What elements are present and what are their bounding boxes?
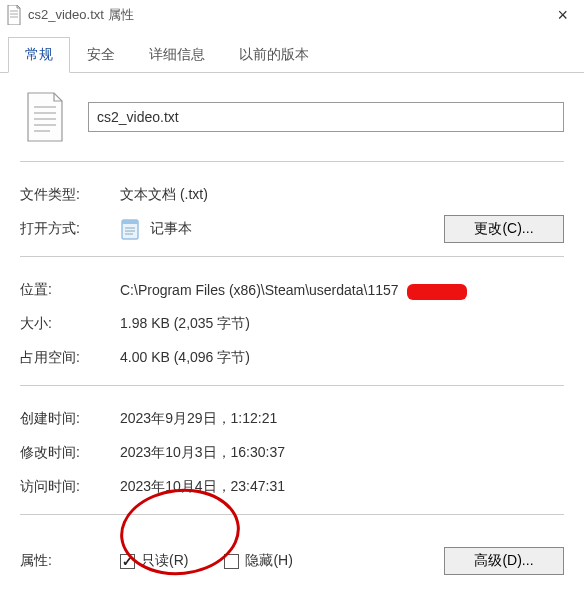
size-label: 大小: — [20, 315, 120, 333]
location-label: 位置: — [20, 281, 120, 299]
svg-rect-9 — [122, 220, 138, 224]
tab-panel-general: 文件类型: 文本文档 (.txt) 打开方式: 记事本 更改(C)... 位置: — [0, 73, 584, 597]
sizeondisk-value: 4.00 KB (4,096 字节) — [120, 349, 564, 367]
hidden-checkbox[interactable]: 隐藏(H) — [224, 552, 292, 570]
filetype-label: 文件类型: — [20, 186, 120, 204]
sizeondisk-label: 占用空间: — [20, 349, 120, 367]
divider — [20, 385, 564, 386]
tab-security[interactable]: 安全 — [70, 37, 132, 73]
accessed-value: 2023年10月4日，23:47:31 — [120, 478, 564, 496]
modified-label: 修改时间: — [20, 444, 120, 462]
divider — [20, 514, 564, 515]
notepad-icon — [120, 217, 142, 241]
readonly-label: 只读(R) — [141, 552, 188, 570]
tab-previous-versions[interactable]: 以前的版本 — [222, 37, 326, 73]
filetype-value: 文本文档 (.txt) — [120, 186, 564, 204]
change-button[interactable]: 更改(C)... — [444, 215, 564, 243]
modified-value: 2023年10月3日，16:30:37 — [120, 444, 564, 462]
readonly-checkbox[interactable]: 只读(R) — [120, 552, 188, 570]
checkbox-icon — [224, 554, 239, 569]
filename-input[interactable] — [88, 102, 564, 132]
redacted-marker — [407, 284, 467, 300]
openwith-value: 记事本 — [150, 220, 192, 238]
openwith-label: 打开方式: — [20, 220, 120, 238]
file-type-icon — [24, 91, 66, 143]
tab-general[interactable]: 常规 — [8, 37, 70, 73]
divider — [20, 256, 564, 257]
size-value: 1.98 KB (2,035 字节) — [120, 315, 564, 333]
divider — [20, 161, 564, 162]
created-label: 创建时间: — [20, 410, 120, 428]
accessed-label: 访问时间: — [20, 478, 120, 496]
tab-details[interactable]: 详细信息 — [132, 37, 222, 73]
created-value: 2023年9月29日，1:12:21 — [120, 410, 564, 428]
attributes-label: 属性: — [20, 552, 120, 570]
window-title: cs2_video.txt 属性 — [28, 6, 134, 24]
tabs: 常规 安全 详细信息 以前的版本 — [0, 36, 584, 73]
advanced-button[interactable]: 高级(D)... — [444, 547, 564, 575]
close-button[interactable]: × — [551, 5, 574, 26]
titlebar: cs2_video.txt 属性 × — [0, 0, 584, 28]
hidden-label: 隐藏(H) — [245, 552, 292, 570]
checkbox-icon — [120, 554, 135, 569]
location-value: C:\Program Files (x86)\Steam\userdata\11… — [120, 282, 564, 298]
text-file-icon — [6, 5, 22, 25]
